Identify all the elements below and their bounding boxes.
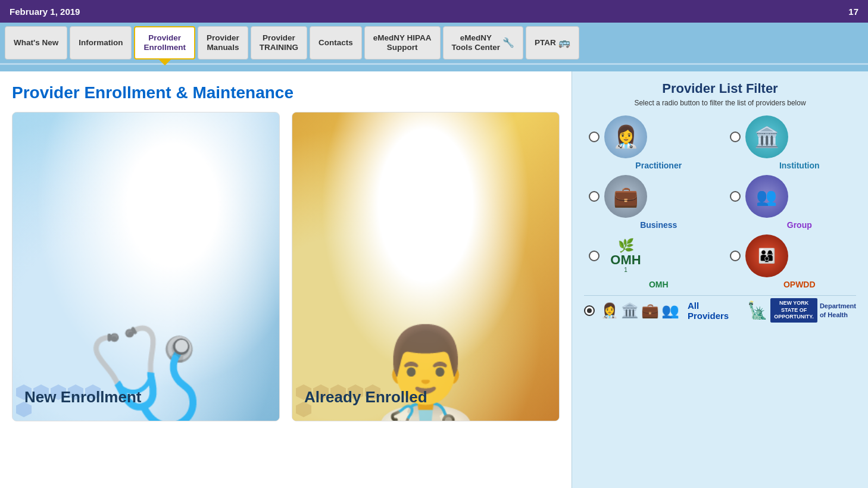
- radio-group[interactable]: [730, 191, 741, 202]
- all-prov-icon-nurse: 👩‍⚕️: [601, 302, 619, 319]
- already-enrolled-label: Already Enrolled: [292, 376, 559, 421]
- all-prov-icon-briefcase: 💼: [641, 302, 659, 319]
- provider-option-practitioner[interactable]: 👩‍⚕️ Practitioner: [584, 115, 716, 170]
- label-opwdd: OPWDD: [783, 280, 816, 289]
- card-image-gold: 👨‍⚕️: [292, 112, 559, 421]
- ny-state-shape-icon: 🗽: [747, 301, 768, 320]
- top-bar: February 1, 2019 17: [0, 0, 868, 23]
- radio-opwdd[interactable]: [730, 251, 741, 261]
- label-institution: Institution: [779, 161, 820, 170]
- page-number: 17: [848, 7, 858, 17]
- filter-title: Provider List Filter: [584, 81, 856, 96]
- card-image-blue: 🩺: [13, 112, 279, 421]
- radio-omh[interactable]: [589, 251, 600, 261]
- icon-omh: 🌿 OMH 1: [604, 234, 647, 277]
- right-panel: Provider List Filter Select a radio butt…: [572, 71, 868, 488]
- provider-option-business[interactable]: 💼 Business: [584, 175, 716, 230]
- icon-business: 💼: [604, 175, 647, 218]
- ptar-icon: 🚌: [558, 37, 570, 48]
- nav-ptar[interactable]: PTAR 🚌: [526, 26, 579, 60]
- provider-option-institution[interactable]: 🏛️ Institution: [725, 115, 857, 170]
- already-enrolled-card[interactable]: 👨‍⚕️ Already Enrolled: [292, 112, 560, 421]
- provider-grid: 👩‍⚕️ Practitioner 🏛️ Institution 💼 Busin…: [584, 115, 856, 289]
- nav-contacts[interactable]: Contacts: [310, 26, 362, 60]
- nav-provider-manuals[interactable]: ProviderManuals: [198, 26, 248, 60]
- left-panel: Provider Enrollment & Maintenance 🩺: [0, 71, 572, 488]
- page-title: Provider Enrollment & Maintenance: [12, 83, 560, 102]
- provider-option-omh[interactable]: 🌿 OMH 1 OMH: [584, 234, 716, 289]
- dept-health-label: Department of Health: [820, 302, 856, 319]
- active-arrow: [159, 60, 171, 65]
- tools-icon: 🔧: [502, 37, 514, 48]
- ny-logo: 🗽 NEW YORK STATE OF OPPORTUNITY. Departm…: [747, 298, 856, 323]
- label-group: Group: [787, 220, 812, 230]
- nav-provider-training[interactable]: ProviderTRAINING: [251, 26, 307, 60]
- icon-institution: 🏛️: [745, 115, 788, 158]
- all-prov-icon-group: 👥: [661, 302, 679, 319]
- all-providers-row[interactable]: 👩‍⚕️ 🏛️ 💼 👥 All Providers 🗽 NEW YORK STA…: [584, 295, 856, 325]
- nav-emedny-tools[interactable]: eMedNYTools Center 🔧: [443, 26, 524, 60]
- radio-business[interactable]: [589, 191, 600, 202]
- nav-information[interactable]: Information: [70, 26, 132, 60]
- icon-opwdd: 👨‍👩‍👦: [745, 234, 788, 277]
- filter-subtitle: Select a radio button to filter the list…: [584, 99, 856, 107]
- enrollment-cards: 🩺 New Enrollment: [12, 112, 560, 421]
- radio-practitioner[interactable]: [589, 132, 600, 142]
- all-prov-icon-institution: 🏛️: [621, 302, 639, 319]
- nav-underline: [0, 63, 868, 71]
- card-inner-blue: 🩺 New Enrollment: [13, 112, 279, 421]
- label-omh: OMH: [649, 280, 669, 289]
- new-enrollment-card[interactable]: 🩺 New Enrollment: [12, 112, 280, 421]
- provider-option-group[interactable]: 👥 Group: [725, 175, 857, 230]
- all-providers-label: All Providers: [688, 301, 741, 321]
- main-content: Provider Enrollment & Maintenance 🩺: [0, 71, 868, 488]
- label-business: Business: [640, 220, 677, 230]
- provider-option-opwdd[interactable]: 👨‍👩‍👦 OPWDD: [725, 234, 857, 289]
- icon-group: 👥: [745, 175, 788, 218]
- nav-provider-enrollment[interactable]: ProviderEnrollment: [134, 26, 195, 60]
- navigation-bar: What's New Information ProviderEnrollmen…: [0, 23, 868, 63]
- date-label: February 1, 2019: [10, 7, 80, 17]
- new-enrollment-label: New Enrollment: [13, 376, 279, 421]
- nav-emedny-hipaa[interactable]: eMedNY HIPAASupport: [364, 26, 441, 60]
- ny-badge: NEW YORK STATE OF OPPORTUNITY.: [770, 298, 817, 323]
- radio-all-providers[interactable]: [584, 305, 595, 316]
- card-inner-gold: 👨‍⚕️ Already Enrolled: [292, 112, 559, 421]
- nav-whats-new[interactable]: What's New: [5, 26, 67, 60]
- all-providers-icons: 👩‍⚕️ 🏛️ 💼 👥: [601, 302, 679, 319]
- radio-institution[interactable]: [730, 132, 741, 142]
- icon-practitioner: 👩‍⚕️: [604, 115, 647, 158]
- label-practitioner: Practitioner: [635, 161, 682, 170]
